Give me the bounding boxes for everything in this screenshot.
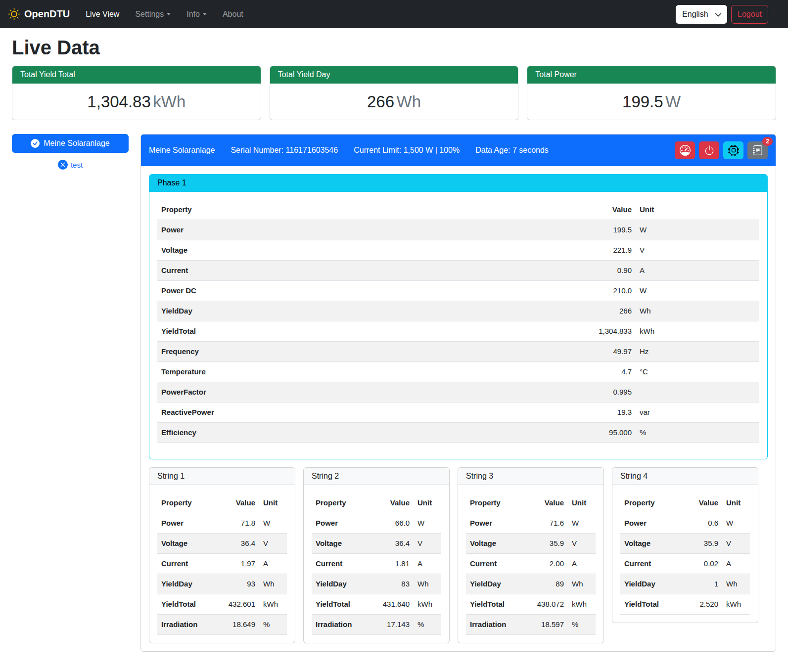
limit-settings-button[interactable] — [675, 141, 695, 159]
property-cell: Voltage — [157, 240, 566, 261]
table-row: YieldDay89Wh — [466, 574, 596, 594]
column-header-property: Property — [620, 493, 675, 513]
table-row: Power199.5W — [157, 220, 759, 240]
table-row: YieldTotal431.640kWh — [312, 594, 441, 615]
inverter-selected-button[interactable]: Meine Solaranlage — [12, 134, 129, 153]
unit-cell: % — [414, 615, 441, 635]
property-cell: Frequency — [157, 342, 566, 362]
value-cell: 2.00 — [520, 554, 568, 574]
value-cell: 431.640 — [366, 594, 414, 615]
table-row: Voltage35.9V — [620, 534, 750, 554]
nav-item-about[interactable]: About — [215, 6, 251, 23]
unit-cell: Wh — [722, 574, 750, 594]
value-cell: 36.4 — [366, 534, 414, 554]
column-header-property: Property — [312, 493, 366, 513]
table-row: Current1.81A — [312, 554, 441, 574]
inverter-header: Meine Solaranlage Serial Number: 1161716… — [141, 134, 776, 166]
unit-cell: kWh — [259, 594, 287, 615]
property-cell: Power — [620, 513, 675, 534]
value-cell: 1,304.833 — [566, 321, 636, 342]
language-select[interactable]: English — [676, 5, 727, 24]
phase-table: Property Value Unit Power199.5WVoltage22… — [157, 200, 759, 443]
summary-unit: W — [665, 92, 681, 111]
property-cell: Irradiation — [466, 615, 520, 635]
column-header-unit: Unit — [722, 493, 750, 513]
brand-label: OpenDTU — [24, 8, 70, 20]
value-cell: 2.520 — [675, 594, 722, 615]
caret-down-icon — [167, 13, 171, 15]
total-yield-total-card: Total Yield Total 1,304.83 kWh — [12, 66, 261, 120]
property-cell: YieldTotal — [466, 594, 520, 615]
summary-value: 266 — [367, 92, 394, 111]
value-cell: 66.0 — [366, 513, 414, 534]
value-cell: 95.000 — [566, 423, 636, 443]
chevron-down-icon — [715, 11, 722, 18]
value-cell: 0.995 — [566, 382, 636, 403]
unit-cell: W — [414, 513, 441, 534]
top-navbar: OpenDTU Live View Settings Info About En… — [0, 0, 788, 28]
column-header-property: Property — [157, 200, 566, 220]
inverter-item-test[interactable]: test — [12, 160, 129, 170]
value-cell: 18.649 — [212, 615, 259, 635]
event-log-button[interactable]: 2 — [747, 141, 768, 159]
nav-item-settings[interactable]: Settings — [127, 6, 179, 23]
value-cell: 71.8 — [212, 513, 259, 534]
property-cell: Irradiation — [157, 615, 212, 635]
property-cell: Efficiency — [157, 423, 566, 443]
property-cell: Voltage — [157, 534, 212, 554]
inverter-body: Phase 1 Property Value Unit — [141, 166, 776, 651]
property-cell: PowerFactor — [157, 382, 566, 403]
unit-cell: °C — [636, 362, 759, 382]
table-row: Current0.02A — [620, 554, 750, 574]
string-3-table: Property Value Unit Power71.6WVoltage35.… — [466, 493, 596, 635]
column-header-property: Property — [157, 493, 212, 513]
unit-cell: Wh — [414, 574, 441, 594]
event-count-badge: 2 — [762, 137, 773, 146]
table-row: Irradiation17.143% — [312, 615, 441, 635]
string-title: String 2 — [304, 468, 449, 485]
logout-button[interactable]: Logout — [731, 5, 768, 24]
property-cell: Power — [157, 220, 566, 240]
nav-item-info[interactable]: Info — [179, 6, 215, 23]
value-cell: 71.6 — [520, 513, 568, 534]
value-cell: 89 — [520, 574, 568, 594]
string-4-card: String 4 Property Value Unit Power0.6WVo… — [612, 467, 758, 623]
nav-item-live-view[interactable]: Live View — [78, 6, 127, 23]
unit-cell: % — [259, 615, 287, 635]
unit-cell: kWh — [722, 594, 750, 615]
card-value-body: 266 Wh — [270, 84, 518, 120]
power-icon — [704, 145, 715, 156]
property-cell: YieldTotal — [620, 594, 675, 615]
strings-row: String 1 Property Value Unit Power71.8WV… — [149, 467, 768, 643]
total-power-card: Total Power 199.5 W — [527, 66, 776, 120]
inverter-name: Meine Solaranlage — [149, 146, 215, 155]
value-cell: 18.597 — [520, 615, 568, 635]
card-value-body: 199.5 W — [527, 84, 776, 120]
unit-cell: Wh — [259, 574, 287, 594]
unit-cell: W — [722, 513, 750, 534]
value-cell: 1.81 — [366, 554, 414, 574]
table-row: YieldTotal438.072kWh — [466, 594, 596, 615]
table-row: Frequency49.97Hz — [157, 342, 759, 362]
inverter-data-age: Data Age: 7 seconds — [475, 146, 549, 155]
string-2-table-body: Power66.0WVoltage36.4VCurrent1.81AYieldD… — [312, 513, 441, 635]
phase-title: Phase 1 — [149, 175, 767, 192]
unit-cell: V — [568, 534, 596, 554]
property-cell: ReactivePower — [157, 403, 566, 423]
value-cell: 221.9 — [566, 240, 636, 261]
table-row: Irradiation18.597% — [466, 615, 596, 635]
value-cell: 83 — [366, 574, 414, 594]
check-circle-icon — [31, 139, 40, 148]
string-title: String 3 — [458, 468, 603, 485]
phase-table-head: Property Value Unit — [157, 200, 759, 220]
power-control-button[interactable] — [699, 141, 719, 159]
app-brand[interactable]: OpenDTU — [8, 8, 70, 20]
unit-cell: W — [568, 513, 596, 534]
property-cell: YieldDay — [312, 574, 366, 594]
unit-cell: A — [636, 261, 759, 281]
table-row: YieldDay93Wh — [157, 574, 287, 594]
device-info-button[interactable] — [723, 141, 743, 159]
language-value: English — [682, 10, 708, 19]
card-value-body: 1,304.83 kWh — [12, 84, 261, 120]
navbar-right: English Logout — [676, 5, 768, 24]
